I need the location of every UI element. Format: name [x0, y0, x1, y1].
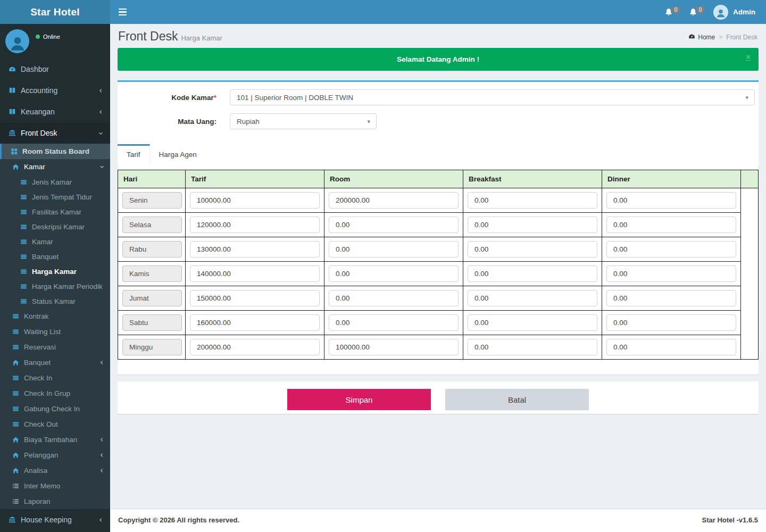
room-input[interactable] — [329, 339, 459, 355]
room-input[interactable] — [329, 265, 459, 282]
room-input[interactable] — [329, 192, 459, 209]
room-input[interactable] — [329, 314, 459, 331]
sidebar-item-label: Banquet — [24, 359, 51, 367]
app-logo[interactable]: Star Hotel — [0, 0, 110, 24]
grid-icon — [11, 148, 18, 155]
tarif-input[interactable] — [190, 314, 320, 331]
sidebar-item-laporan[interactable]: Laporan — [0, 494, 110, 509]
table-row — [118, 311, 759, 335]
sidebar-item-check-in[interactable]: Check In — [0, 370, 110, 386]
dinner-input[interactable] — [606, 217, 736, 233]
col-hari: Hari — [118, 170, 186, 188]
sidebar-item-inter-memo[interactable]: Inter Memo — [0, 478, 110, 494]
kode-kamar-select[interactable]: 101 | Superior Room | DOBLE TWIN ▾ — [230, 89, 755, 105]
sidebar-item-label: Inter Memo — [24, 482, 60, 490]
sidebar-item-front-desk[interactable]: Front Desk — [0, 122, 110, 144]
sidebar-item-check-out[interactable]: Check Out — [0, 417, 110, 432]
rates-table: Hari Tarif Room Breakfast Dinner — [118, 170, 759, 360]
sidebar-item-label: Harga Kamar — [32, 268, 77, 276]
sidebar-user-panel: Online — [0, 24, 110, 59]
bars-icon — [20, 223, 27, 230]
simpan-button[interactable]: Simpan — [287, 389, 431, 410]
tarif-input[interactable] — [190, 265, 320, 282]
sidebar-item-label: Analisa — [24, 467, 47, 475]
sidebar-item-house-keeping[interactable]: House Keeping — [0, 509, 110, 530]
room-input[interactable] — [329, 290, 459, 306]
bars-icon — [20, 298, 27, 305]
dinner-input[interactable] — [606, 241, 736, 257]
dinner-input[interactable] — [606, 290, 736, 306]
breakfast-input[interactable] — [468, 192, 597, 209]
sidebar-item-deskripsi-kamar[interactable]: Deskripsi Kamar — [0, 219, 110, 234]
menu-icon[interactable] — [110, 0, 135, 24]
sidebar-item-fasilitas-kamar[interactable]: Fasilitas Kamar — [0, 204, 110, 219]
hari-input — [122, 192, 182, 209]
breakfast-input[interactable] — [468, 290, 597, 306]
sidebar-item-check-in-grup[interactable]: Check In Grup — [0, 386, 110, 401]
breakfast-input[interactable] — [468, 217, 597, 233]
tarif-input[interactable] — [190, 217, 320, 233]
room-input[interactable] — [329, 217, 459, 233]
breakfast-input[interactable] — [468, 314, 597, 331]
sidebar-item-jenis-kamar[interactable]: Jenis Kamar — [0, 174, 110, 189]
notifications-button[interactable]: 0 — [664, 8, 673, 16]
empty-cell — [741, 188, 759, 360]
tarif-input[interactable] — [190, 192, 320, 209]
breadcrumb-home-label: Home — [698, 34, 715, 41]
user-menu[interactable]: Admin — [713, 5, 755, 20]
breakfast-input[interactable] — [468, 265, 597, 282]
dinner-input[interactable] — [606, 314, 736, 331]
sidebar-item-label: Keuangan — [21, 107, 55, 116]
dashboard-icon — [688, 33, 695, 41]
bars-icon — [20, 253, 27, 260]
hari-input — [122, 290, 182, 306]
sidebar-item-waiting-list[interactable]: Waiting List — [0, 324, 110, 339]
alerts-button[interactable]: 0 — [689, 8, 697, 16]
sidebar-item-biaya-tambahan[interactable]: Biaya Tambahan — [0, 432, 110, 447]
breakfast-input[interactable] — [468, 339, 597, 355]
table-row — [118, 213, 759, 237]
sidebar-item-kontrak[interactable]: Kontrak — [0, 309, 110, 324]
sidebar-item-gabung-check-in[interactable]: Gabung Check In — [0, 401, 110, 417]
sidebar-item-label: Kamar — [24, 163, 45, 171]
bank-icon — [9, 516, 16, 523]
sidebar-item-status-kamar[interactable]: Status Kamar — [0, 294, 110, 309]
col-breakfast: Breakfast — [463, 170, 602, 188]
sidebar: Online DashborAccountingKeuanganFront De… — [0, 24, 110, 532]
tab-harga-agen[interactable]: Harga Agen — [150, 144, 206, 164]
sidebar-item-label: Check In Grup — [24, 389, 70, 397]
batal-button[interactable]: Batal — [445, 389, 589, 410]
sidebar-item-label: Check Out — [24, 420, 58, 428]
sidebar-item-harga-kamar-periodik[interactable]: Harga Kamar Periodik — [0, 279, 110, 294]
sidebar-item-pelanggan[interactable]: Pelanggan — [0, 447, 110, 463]
breakfast-input[interactable] — [468, 241, 597, 257]
bars-icon — [12, 344, 19, 351]
tarif-input[interactable] — [190, 290, 320, 306]
sidebar-item-dashbor[interactable]: Dashbor — [0, 59, 110, 80]
sidebar-item-kamar[interactable]: Kamar — [0, 159, 110, 174]
dinner-input[interactable] — [606, 192, 736, 209]
sidebar-item-banquet[interactable]: Banquet — [0, 249, 110, 264]
sidebar-item-harga-kamar[interactable]: Harga Kamar — [0, 264, 110, 279]
sidebar-item-analisa[interactable]: Analisa — [0, 463, 110, 478]
sidebar-item-room-status-board[interactable]: Room Status Board — [0, 144, 110, 159]
hari-input — [122, 265, 182, 282]
bars-icon — [20, 194, 27, 201]
rates-table-body — [118, 188, 759, 360]
sidebar-item-keuangan[interactable]: Keuangan — [0, 101, 110, 122]
sidebar-item-reservasi[interactable]: Reservasi — [0, 339, 110, 355]
breadcrumb-home-link[interactable]: Home — [688, 33, 715, 41]
sidebar-item-banquet[interactable]: Banquet — [0, 355, 110, 370]
mata-uang-select[interactable]: Rupiah ▾ — [230, 113, 377, 129]
sidebar-item-kamar[interactable]: Kamar — [0, 234, 110, 249]
close-icon[interactable]: × — [746, 53, 751, 61]
sidebar-item-accounting[interactable]: Accounting — [0, 80, 110, 101]
tab-tarif[interactable]: Tarif — [118, 144, 150, 164]
dinner-input[interactable] — [606, 265, 736, 282]
tarif-input[interactable] — [190, 339, 320, 355]
tarif-input[interactable] — [190, 241, 320, 257]
room-input[interactable] — [329, 241, 459, 257]
dinner-input[interactable] — [606, 339, 736, 355]
sidebar-item-jenis-tempat-tidur[interactable]: Jenis Tempat Tidur — [0, 189, 110, 204]
tachometer-icon — [9, 65, 16, 73]
